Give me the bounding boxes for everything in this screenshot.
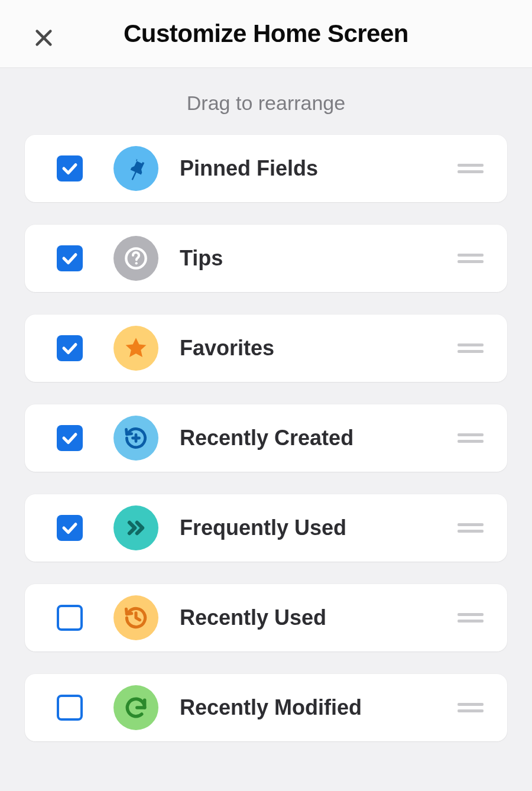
list-item[interactable]: Frequently Used	[25, 494, 507, 562]
drag-handle-icon[interactable]	[458, 432, 484, 444]
list-item[interactable]: Recently Used	[25, 584, 507, 651]
checkbox-recently-used[interactable]	[57, 605, 83, 631]
list-item[interactable]: Tips	[25, 225, 507, 292]
header: Customize Home Screen	[0, 0, 532, 68]
check-icon	[61, 429, 79, 447]
svg-point-3	[135, 262, 138, 264]
section-list: Pinned Fields Tips Favorites Recently Cr…	[0, 135, 532, 741]
check-icon	[61, 339, 79, 357]
page-title: Customize Home Screen	[0, 20, 532, 48]
checkbox-recently-created[interactable]	[57, 425, 83, 451]
item-label: Recently Used	[180, 605, 458, 630]
pin-icon	[113, 146, 158, 191]
close-icon	[34, 28, 54, 48]
list-item[interactable]: Favorites	[25, 315, 507, 382]
drag-handle-icon[interactable]	[458, 702, 484, 714]
item-label: Frequently Used	[180, 516, 458, 540]
list-item[interactable]: Recently Modified	[25, 674, 507, 741]
question-icon	[113, 236, 158, 281]
drag-handle-icon[interactable]	[458, 163, 484, 174]
drag-handle-icon[interactable]	[458, 522, 484, 534]
drag-handle-icon[interactable]	[458, 612, 484, 624]
drag-handle-icon[interactable]	[458, 342, 484, 354]
list-item[interactable]: Recently Created	[25, 404, 507, 472]
checkbox-recently-modified[interactable]	[57, 695, 83, 721]
chevrons-icon	[113, 505, 158, 550]
close-button[interactable]	[30, 24, 58, 52]
history-icon	[113, 595, 158, 640]
checkbox-frequently-used[interactable]	[57, 515, 83, 541]
list-item[interactable]: Pinned Fields	[25, 135, 507, 202]
star-icon	[113, 326, 158, 371]
item-label: Recently Modified	[180, 695, 458, 720]
checkbox-tips[interactable]	[57, 245, 83, 271]
checkbox-favorites[interactable]	[57, 335, 83, 361]
refresh-icon	[113, 685, 158, 730]
history-plus-icon	[113, 416, 158, 461]
checkbox-pinned-fields[interactable]	[57, 155, 83, 181]
check-icon	[61, 519, 79, 537]
drag-handle-icon[interactable]	[458, 252, 484, 264]
item-label: Favorites	[180, 336, 458, 361]
drag-hint: Drag to rearrange	[0, 68, 532, 135]
item-label: Recently Created	[180, 426, 458, 450]
item-label: Pinned Fields	[180, 156, 458, 181]
check-icon	[61, 160, 79, 177]
item-label: Tips	[180, 246, 458, 271]
check-icon	[61, 249, 79, 267]
